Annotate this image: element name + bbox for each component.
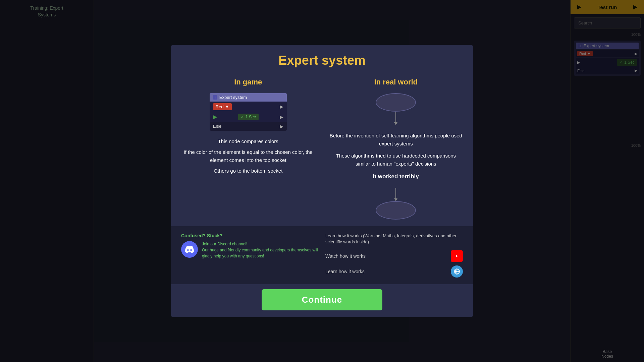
- learn-warning-text: Learn how it works (Warning! Maths, inte…: [325, 233, 463, 245]
- diagram-bottom-node: [376, 201, 416, 220]
- ingame-top-arrow: ▶: [280, 104, 283, 109]
- discord-icon[interactable]: [181, 241, 198, 258]
- expert-system-modal: Expert system In game i Expert system Re…: [171, 45, 473, 317]
- realworld-text1: Before the invention of self-learning al…: [329, 132, 463, 148]
- ingame-col-title: In game: [181, 78, 315, 86]
- modal-columns: In game i Expert system Red ▼ ▶: [171, 71, 473, 226]
- ingame-timer-icon: ✓: [241, 115, 244, 119]
- ingame-node-title-text: Expert system: [219, 95, 247, 100]
- discord-content: Join our Discord channel! Our huge and f…: [181, 241, 319, 259]
- ingame-play-icon: ▶: [213, 114, 217, 120]
- ingame-desc1: This node compares colors: [181, 137, 315, 145]
- ingame-description: This node compares colors If the color o…: [181, 137, 315, 175]
- continue-button[interactable]: Continue: [262, 289, 383, 310]
- modal-title: Expert system: [178, 53, 466, 68]
- watch-label: Watch how it works: [325, 253, 366, 259]
- youtube-icon[interactable]: [451, 250, 463, 262]
- diagram-top-node: [376, 93, 416, 112]
- modal-overlay: Expert system In game i Expert system Re…: [0, 0, 644, 362]
- realworld-text2: These algorithms tried to use hardcoded …: [329, 152, 463, 168]
- learn-link-row[interactable]: Learn how it works: [325, 265, 463, 278]
- real-world-diagram: [329, 93, 463, 125]
- ingame-color-label: Red: [216, 104, 224, 109]
- ingame-color-dropdown[interactable]: Red ▼: [213, 103, 232, 110]
- discord-line2: Our huge and friendly community and deve…: [202, 247, 319, 259]
- ingame-else-label: Else: [213, 124, 221, 129]
- ingame-timer-value: 1 Sec: [246, 115, 256, 119]
- ingame-dropdown-arrow: ▼: [225, 104, 229, 109]
- ingame-timer-badge: ✓ 1 Sec: [238, 114, 259, 120]
- ingame-timer-arrow: ▶: [280, 114, 283, 120]
- learn-label: Learn how it works: [325, 269, 365, 274]
- realworld-col-title: In real world: [329, 78, 463, 86]
- diagram-arrow-2: [395, 188, 396, 201]
- watch-link-row[interactable]: Watch how it works: [325, 250, 463, 262]
- links-section: Learn how it works (Warning! Maths, inte…: [325, 233, 463, 278]
- ingame-node-title-bar: i Expert system: [210, 93, 287, 102]
- modal-bottom-section: Confused? Stuck? Join our Discord channe…: [171, 226, 473, 284]
- discord-section: Confused? Stuck? Join our Discord channe…: [181, 233, 319, 278]
- web-icon[interactable]: [451, 265, 463, 278]
- ingame-else-row: Else ▶: [210, 122, 287, 131]
- confused-title: Confused? Stuck?: [181, 233, 319, 238]
- modal-left-column: In game i Expert system Red ▼ ▶: [181, 78, 322, 220]
- ingame-desc2: If the color of the element is equal to …: [181, 148, 315, 164]
- realworld-text3: It worked terribly: [329, 172, 463, 181]
- modal-header: Expert system: [171, 45, 473, 71]
- ingame-else-arrow: ▶: [280, 124, 283, 129]
- ingame-color-row: Red ▼ ▶: [210, 102, 287, 112]
- ingame-info-badge: i: [213, 95, 217, 100]
- real-world-text: Before the invention of self-learning al…: [329, 132, 463, 181]
- ingame-timer-row: ▶ ✓ 1 Sec ▶: [210, 112, 287, 122]
- diagram-arrow-1: [395, 112, 396, 125]
- discord-text: Join our Discord channel! Our huge and f…: [202, 241, 319, 259]
- ingame-desc3: Others go to the bottom socket: [181, 167, 315, 175]
- diagram-bottom: [329, 188, 463, 220]
- ingame-node-preview: i Expert system Red ▼ ▶ ▶ ✓: [210, 93, 287, 131]
- continue-section: Continue: [171, 284, 473, 317]
- modal-right-column: In real world Before the invention of se…: [322, 78, 463, 220]
- discord-line1: Join our Discord channel!: [202, 241, 319, 247]
